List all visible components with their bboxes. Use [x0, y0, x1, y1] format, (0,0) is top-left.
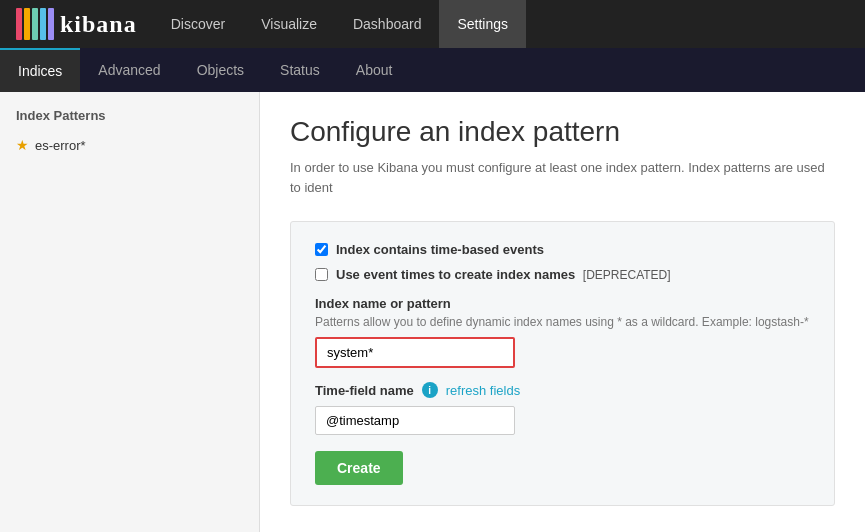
sub-nav-link-indices[interactable]: Indices: [0, 48, 80, 92]
star-icon: ★: [16, 137, 29, 153]
top-nav-link-discover[interactable]: Discover: [153, 0, 243, 48]
logo: kibana: [0, 8, 153, 40]
logo-bar: [48, 8, 54, 40]
info-icon[interactable]: i: [422, 382, 438, 398]
time-based-checkbox[interactable]: [315, 243, 328, 256]
sidebar-title: Index Patterns: [0, 104, 259, 131]
form-card: Index contains time-based events Use eve…: [290, 221, 835, 506]
timestamp-select[interactable]: @timestamp: [315, 406, 515, 435]
sidebar-items: ★es-error*: [0, 131, 259, 159]
sub-nav-link-advanced[interactable]: Advanced: [80, 48, 178, 92]
time-field-label: Time-field name: [315, 383, 414, 398]
event-times-label[interactable]: Use event times to create index names [D…: [336, 267, 671, 282]
sub-nav-link-status[interactable]: Status: [262, 48, 338, 92]
logo-text: kibana: [60, 11, 137, 38]
top-nav-links: DiscoverVisualizeDashboardSettings: [153, 0, 526, 48]
logo-bars: [16, 8, 54, 40]
sidebar-item-label: es-error*: [35, 138, 86, 153]
sidebar: Index Patterns ★es-error*: [0, 92, 260, 532]
logo-bar: [24, 8, 30, 40]
index-name-hint: Patterns allow you to define dynamic ind…: [315, 315, 810, 329]
time-based-checkbox-row: Index contains time-based events: [315, 242, 810, 257]
main-content: Configure an index pattern In order to u…: [260, 92, 865, 532]
sub-nav-link-about[interactable]: About: [338, 48, 411, 92]
top-nav-link-dashboard[interactable]: Dashboard: [335, 0, 440, 48]
refresh-fields-link[interactable]: refresh fields: [446, 383, 520, 398]
event-times-checkbox[interactable]: [315, 268, 328, 281]
logo-bar: [16, 8, 22, 40]
top-nav-link-settings[interactable]: Settings: [439, 0, 526, 48]
index-name-input[interactable]: [315, 337, 515, 368]
time-based-label[interactable]: Index contains time-based events: [336, 242, 544, 257]
logo-bar: [40, 8, 46, 40]
event-times-checkbox-row: Use event times to create index names [D…: [315, 267, 810, 282]
page-title: Configure an index pattern: [290, 116, 835, 148]
timestamp-value: @timestamp: [326, 413, 399, 428]
sidebar-item[interactable]: ★es-error*: [0, 131, 259, 159]
page-desc: In order to use Kibana you must configur…: [290, 158, 835, 197]
top-nav: kibana DiscoverVisualizeDashboardSetting…: [0, 0, 865, 48]
event-times-label-text: Use event times to create index names: [336, 267, 575, 282]
sub-nav: IndicesAdvancedObjectsStatusAbout: [0, 48, 865, 92]
time-field-row: Time-field name i refresh fields: [315, 382, 810, 398]
top-nav-link-visualize[interactable]: Visualize: [243, 0, 335, 48]
logo-bar: [32, 8, 38, 40]
sub-nav-link-objects[interactable]: Objects: [179, 48, 262, 92]
index-name-label: Index name or pattern: [315, 296, 810, 311]
create-button[interactable]: Create: [315, 451, 403, 485]
deprecated-badge: [DEPRECATED]: [583, 268, 671, 282]
layout: Index Patterns ★es-error* Configure an i…: [0, 92, 865, 532]
